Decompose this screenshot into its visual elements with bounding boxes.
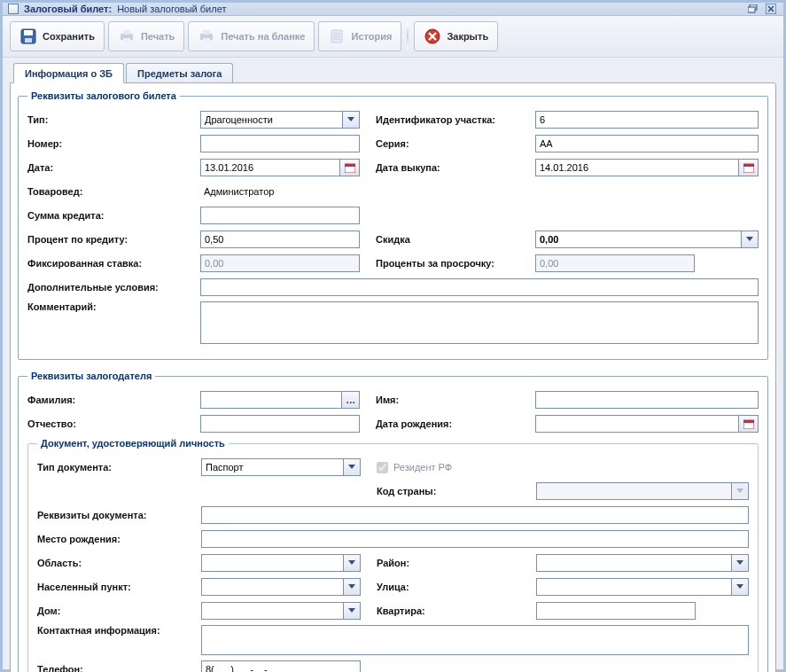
tab-panel: Реквизиты залогового билета Тип: Идентиф…: [10, 82, 776, 672]
printer-icon: [118, 27, 136, 45]
buyout-date-input[interactable]: [535, 159, 739, 176]
surname-input[interactable]: [200, 391, 342, 409]
resident-check-input: [377, 462, 388, 473]
tab-info[interactable]: Информация о ЗБ: [13, 63, 124, 83]
district-input[interactable]: [536, 554, 731, 572]
patronymic-input[interactable]: [200, 415, 360, 433]
chevron-down-icon[interactable]: [343, 578, 361, 596]
history-icon: [328, 27, 346, 45]
contact-input[interactable]: [201, 625, 749, 655]
credit-sum-input[interactable]: [200, 207, 360, 224]
doc-req-label: Реквизиты документа:: [37, 510, 201, 520]
house-input[interactable]: [201, 602, 343, 620]
app-window: Залоговый билет: Новый залоговый билет С…: [0, 0, 786, 672]
calendar-icon[interactable]: [739, 415, 759, 433]
discount-input[interactable]: [535, 231, 741, 248]
svg-rect-6: [24, 30, 33, 35]
svg-marker-33: [348, 584, 355, 589]
street-input[interactable]: [536, 578, 731, 596]
svg-rect-8: [121, 34, 133, 40]
svg-line-20: [429, 33, 436, 40]
type-combo[interactable]: [200, 111, 360, 129]
doc-req-input[interactable]: [201, 506, 749, 524]
discount-combo[interactable]: [535, 231, 759, 248]
svg-rect-22: [345, 164, 355, 173]
close-window-button[interactable]: [764, 3, 778, 15]
site-id-input[interactable]: [535, 111, 759, 129]
number-input[interactable]: [200, 135, 360, 152]
credit-percent-input[interactable]: [200, 231, 360, 248]
district-combo[interactable]: [536, 554, 749, 572]
type-input[interactable]: [200, 111, 342, 129]
expert-value: Администратор: [200, 184, 759, 199]
app-icon: [8, 4, 19, 14]
svg-rect-24: [743, 164, 754, 173]
print-button: Печать: [108, 21, 184, 51]
name-input[interactable]: [535, 391, 759, 409]
chevron-down-icon[interactable]: [741, 231, 759, 248]
printer-blank-icon: [198, 27, 215, 45]
calendar-icon[interactable]: [340, 159, 360, 176]
chevron-down-icon[interactable]: [343, 602, 361, 620]
chevron-down-icon[interactable]: [343, 458, 361, 476]
save-button[interactable]: Сохранить: [10, 21, 105, 51]
country-input: [536, 482, 731, 500]
svg-marker-32: [736, 560, 743, 565]
house-label: Дом:: [37, 606, 201, 616]
patronymic-label: Отчество:: [27, 418, 200, 429]
phone-input[interactable]: [201, 660, 361, 672]
contact-label: Контактная информация:: [37, 625, 201, 636]
country-label: Код страны:: [377, 486, 536, 496]
chevron-down-icon[interactable]: [731, 578, 749, 596]
comment-input[interactable]: [200, 301, 759, 344]
country-combo: [536, 482, 749, 500]
credit-sum-label: Сумма кредита:: [27, 210, 200, 221]
close-button[interactable]: Закрыть: [414, 21, 498, 51]
city-input[interactable]: [201, 578, 343, 596]
group-ticket: Реквизиты залогового билета Тип: Идентиф…: [18, 90, 768, 360]
svg-marker-34: [736, 584, 743, 589]
restore-button[interactable]: [746, 3, 760, 15]
type-label: Тип:: [27, 114, 200, 125]
number-label: Номер:: [27, 138, 200, 149]
svg-marker-35: [348, 608, 355, 613]
house-combo[interactable]: [201, 602, 361, 620]
extra-input[interactable]: [200, 278, 759, 296]
street-combo[interactable]: [536, 578, 749, 596]
print-label: Печать: [141, 31, 175, 42]
toolbar: Сохранить Печать Печать на бланке Истори…: [3, 16, 783, 58]
lookup-button[interactable]: …: [342, 391, 360, 409]
doc-type-combo[interactable]: [201, 458, 361, 476]
doc-type-input[interactable]: [201, 458, 343, 476]
chevron-down-icon[interactable]: [731, 554, 749, 572]
titlebar: Залоговый билет: Новый залоговый билет: [3, 3, 783, 16]
save-label: Сохранить: [43, 31, 95, 42]
series-input[interactable]: [535, 135, 759, 152]
tab-items[interactable]: Предметы залога: [126, 63, 233, 83]
dob-input[interactable]: [535, 415, 739, 433]
svg-marker-26: [746, 237, 753, 241]
svg-line-19: [429, 33, 436, 40]
group-document-legend: Документ, удостоверяющий личность: [37, 438, 229, 449]
calendar-icon[interactable]: [739, 159, 759, 176]
surname-label: Фамилия:: [27, 395, 200, 405]
svg-marker-29: [348, 465, 355, 469]
overdue-input: [535, 254, 695, 272]
region-input[interactable]: [201, 554, 343, 572]
chevron-down-icon[interactable]: [342, 111, 360, 129]
svg-rect-9: [123, 30, 130, 35]
chevron-down-icon[interactable]: [343, 554, 361, 572]
flat-input[interactable]: [536, 602, 696, 620]
city-combo[interactable]: [201, 578, 361, 596]
series-label: Серия:: [376, 138, 535, 149]
date-label: Дата:: [27, 162, 200, 173]
comment-label: Комментарий:: [27, 301, 200, 312]
fixed-rate-input: [200, 254, 360, 272]
group-pledger: Реквизиты залогодателя Фамилия: … Имя: О…: [18, 371, 768, 672]
birthplace-input[interactable]: [201, 530, 749, 548]
region-combo[interactable]: [201, 554, 361, 572]
group-ticket-legend: Реквизиты залогового билета: [27, 90, 180, 101]
close-label: Закрыть: [447, 31, 488, 42]
date-input[interactable]: [200, 159, 340, 176]
expert-label: Товаровед:: [27, 186, 200, 197]
